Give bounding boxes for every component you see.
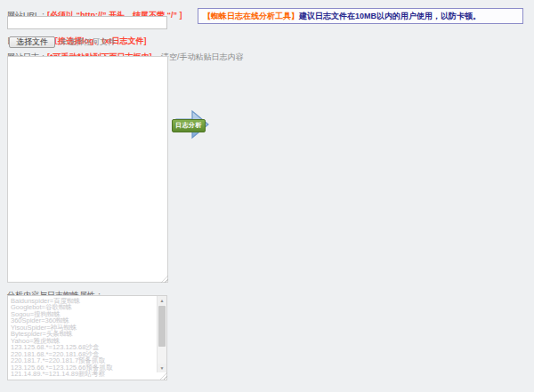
analyze-action: 日志分析 [174,108,210,140]
analyze-button[interactable]: 日志分析 [172,119,206,132]
scrollbar-thumb[interactable] [158,306,166,347]
notice-text: 建议日志文件在10MB以内的用户使用，以防卡顿。 [299,11,481,22]
url-input[interactable] [7,16,167,29]
scroll-down-icon[interactable]: ▼ [158,364,167,372]
notice-title: 【蜘蛛日志在线分析工具】 [203,11,299,22]
log-textarea[interactable] [7,56,168,283]
scrollbar[interactable]: ▲ ▼ [157,296,166,372]
spider-property-line: 121.14.89.*=121.14.89新站考察 [11,371,156,377]
scroll-up-icon[interactable]: ▲ [158,296,167,305]
spider-properties-box[interactable]: Baidunspider=百度蜘蛛Googlebot=谷歌蜘蛛Sogou=搜狗蜘… [7,295,167,380]
manual-paste-hint: /手动粘贴日志内容 [177,52,244,61]
notice-box: 【蜘蛛日志在线分析工具】建议日志文件在10MB以内的用户使用，以防卡顿。 [198,8,523,24]
spider-properties-list: Baidunspider=百度蜘蛛Googlebot=谷歌蜘蛛Sogou=搜狗蜘… [11,298,156,380]
